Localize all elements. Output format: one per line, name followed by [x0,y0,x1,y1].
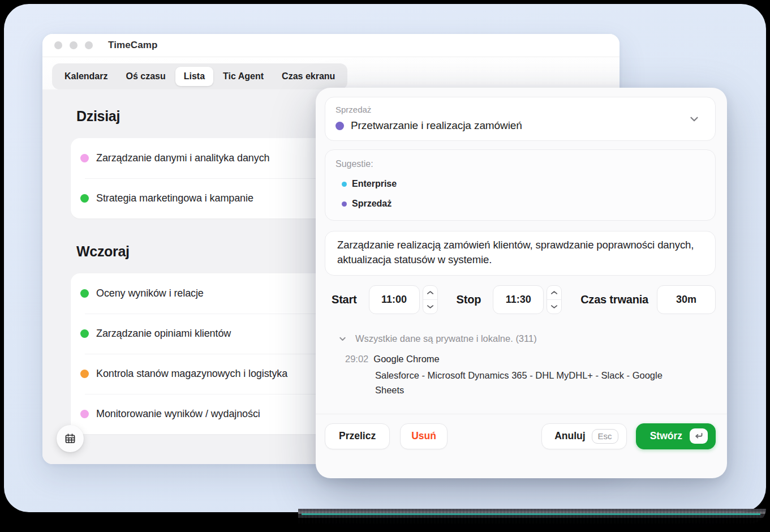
delete-button[interactable]: Usuń [400,423,448,449]
app-usage-details: Salesforce - Microsoft Dynamics 365 - DH… [375,368,692,397]
suggestion-item[interactable]: Sprzedaż [342,199,705,209]
list-item-label: Zarządzanie opiniami klientów [96,328,231,340]
calendar-fab-button[interactable] [57,425,84,452]
tab-segmented-control: Kalendarz Oś czasu Lista Tic Agent Czas … [52,63,347,89]
cancel-button[interactable]: Anuluj Esc [541,423,626,449]
chevron-down-icon [338,334,347,344]
app-usage-name: Google Chrome [373,354,439,364]
list-item[interactable]: Oceny wyników i relacje [71,273,341,314]
list-item[interactable]: Strategia marketingowa i kampanie [71,178,341,218]
start-time-stepper [423,285,438,314]
traffic-lights [54,41,93,49]
create-button-label: Stwórz [650,430,682,442]
stop-time-input[interactable]: 11:30 [493,285,544,314]
duration-input[interactable]: 30m [657,285,716,314]
window-titlebar: TimeCamp [42,34,620,57]
yesterday-card: Oceny wyników i relacje Zarządzanie opin… [71,273,341,434]
list-item-label: Kontrola stanów magazynowych i logistyka [96,368,287,380]
suggestions-label: Sugestie: [335,159,705,169]
stop-label: Stop [457,293,481,306]
tab-tic-agent[interactable]: Tic Agent [214,67,272,86]
task-color-dot [80,410,89,418]
suggestion-color-dot [342,182,347,187]
project-select-value: Przetwarzanie i realizacja zamówień [351,119,522,132]
minimize-window-icon[interactable] [70,41,78,49]
task-color-dot [80,329,89,338]
stop-increment-button[interactable] [547,286,561,299]
list-item[interactable]: Monitorowanie wyników / wydajności [71,394,341,434]
tab-os-czasu[interactable]: Oś czasu [117,67,174,86]
suggestions-panel: Sugestie: Enterprise Sprzedaż [325,149,716,221]
suggestion-label: Enterprise [352,179,397,189]
description-field[interactable]: Zarządzanie realizacją zamówień klientów… [325,231,716,276]
list-item-label: Strategia marketingowa i kampanie [96,192,253,204]
tab-kalendarz[interactable]: Kalendarz [56,67,116,86]
project-select[interactable]: Sprzedaż Przetwarzanie i realizacja zamó… [325,97,716,141]
zoom-window-icon[interactable] [85,41,93,49]
suggestion-color-dot [342,201,347,207]
dialog-footer: Przelicz Usuń Anuluj Esc Stwórz [316,414,727,449]
start-increment-button[interactable] [423,286,437,299]
window-title: TimeCamp [108,40,157,51]
privacy-disclosure[interactable]: Wszystkie dane są prywatne i lokalne. (3… [325,333,716,344]
tab-czas-ekranu[interactable]: Czas ekranu [273,67,343,86]
tab-lista[interactable]: Lista [175,67,213,86]
list-item[interactable]: Zarządzanie opiniami klientów [71,314,341,354]
create-button[interactable]: Stwórz [636,423,716,449]
app-usage-duration: 29:02 [345,354,368,364]
list-item[interactable]: Zarządzanie danymi i analityka danych [71,138,341,178]
app-usage-entry: 29:02 Google Chrome Salesforce - Microso… [325,354,716,397]
duration-label: Czas trwania [580,293,648,306]
enter-key-icon [690,428,708,444]
list-item-label: Zarządzanie danymi i analityka danych [96,152,269,164]
list-item-label: Oceny wyników i relacje [96,288,204,299]
description-text: Zarządzanie realizacją zamówień klientów… [337,238,704,268]
stop-decrement-button[interactable] [547,299,561,314]
task-color-dot [80,289,89,298]
time-controls: Start 11:00 Stop 11:30 Czas trwania 30m [325,285,716,314]
start-decrement-button[interactable] [423,299,437,314]
start-label: Start [332,293,357,306]
tab-bar: Kalendarz Oś czasu Lista Tic Agent Czas … [42,57,620,89]
privacy-note: Wszystkie dane są prywatne i lokalne. (3… [355,333,537,344]
new-entry-dialog: Sprzedaż Przetwarzanie i realizacja zamó… [316,88,727,478]
close-window-icon[interactable] [54,41,62,49]
project-color-dot [335,122,344,130]
suggestion-label: Sprzedaż [352,199,392,209]
task-color-dot [80,194,89,203]
recalculate-button[interactable]: Przelicz [325,423,390,449]
list-item-label: Monitorowanie wyników / wydajności [96,408,260,420]
task-color-dot [80,154,89,162]
calendar-icon [64,432,76,445]
render-artifact [298,509,766,524]
esc-key-badge: Esc [592,429,618,444]
task-color-dot [80,370,89,378]
chevron-down-icon[interactable] [688,113,700,125]
list-item[interactable]: Kontrola stanów magazynowych i logistyka [71,354,341,394]
cancel-button-label: Anuluj [554,430,585,442]
stop-time-stepper [547,285,562,314]
suggestion-item[interactable]: Enterprise [342,179,705,189]
start-time-input[interactable]: 11:00 [369,285,420,314]
today-card: Zarządzanie danymi i analityka danych St… [71,138,341,218]
project-group-label: Sprzedaż [335,105,705,114]
